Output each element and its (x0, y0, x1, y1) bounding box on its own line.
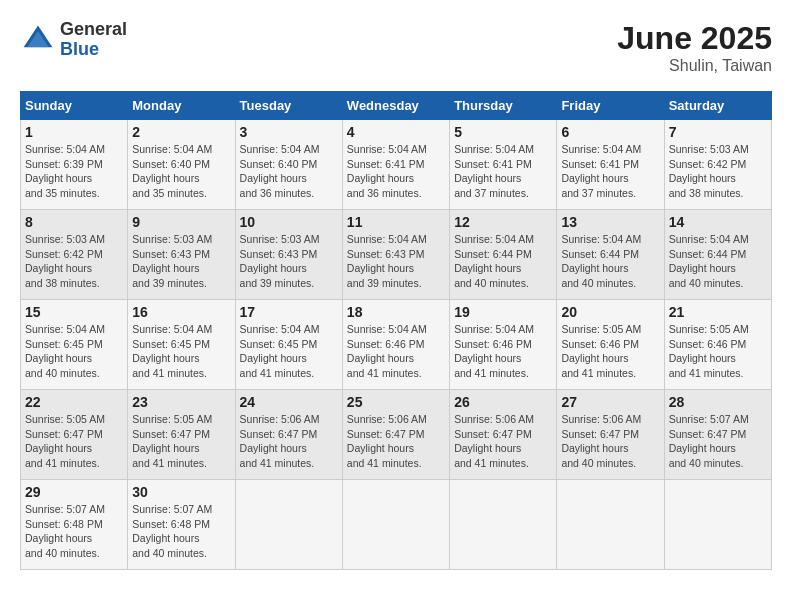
location-title: Shulin, Taiwan (617, 57, 772, 75)
calendar-day-cell: 21 Sunrise: 5:05 AMSunset: 6:46 PMDaylig… (664, 300, 771, 390)
day-info: Sunrise: 5:03 AMSunset: 6:43 PMDaylight … (240, 233, 320, 289)
calendar-week-row: 22 Sunrise: 5:05 AMSunset: 6:47 PMDaylig… (21, 390, 772, 480)
day-info: Sunrise: 5:04 AMSunset: 6:41 PMDaylight … (454, 143, 534, 199)
col-sunday: Sunday (21, 92, 128, 120)
weekday-row: Sunday Monday Tuesday Wednesday Thursday… (21, 92, 772, 120)
day-info: Sunrise: 5:04 AMSunset: 6:46 PMDaylight … (454, 323, 534, 379)
day-number: 3 (240, 124, 338, 140)
day-info: Sunrise: 5:04 AMSunset: 6:44 PMDaylight … (454, 233, 534, 289)
col-saturday: Saturday (664, 92, 771, 120)
day-number: 14 (669, 214, 767, 230)
logo-general-text: General (60, 20, 127, 40)
calendar-day-cell: 11 Sunrise: 5:04 AMSunset: 6:43 PMDaylig… (342, 210, 449, 300)
day-info: Sunrise: 5:07 AMSunset: 6:48 PMDaylight … (25, 503, 105, 559)
day-info: Sunrise: 5:07 AMSunset: 6:48 PMDaylight … (132, 503, 212, 559)
day-number: 28 (669, 394, 767, 410)
calendar-table: Sunday Monday Tuesday Wednesday Thursday… (20, 91, 772, 570)
day-info: Sunrise: 5:06 AMSunset: 6:47 PMDaylight … (240, 413, 320, 469)
day-number: 24 (240, 394, 338, 410)
day-info: Sunrise: 5:03 AMSunset: 6:42 PMDaylight … (25, 233, 105, 289)
col-tuesday: Tuesday (235, 92, 342, 120)
calendar-day-cell: 27 Sunrise: 5:06 AMSunset: 6:47 PMDaylig… (557, 390, 664, 480)
logo-blue-text: Blue (60, 40, 127, 60)
day-info: Sunrise: 5:03 AMSunset: 6:43 PMDaylight … (132, 233, 212, 289)
calendar-day-cell: 15 Sunrise: 5:04 AMSunset: 6:45 PMDaylig… (21, 300, 128, 390)
calendar-day-cell: 12 Sunrise: 5:04 AMSunset: 6:44 PMDaylig… (450, 210, 557, 300)
calendar-day-cell (557, 480, 664, 570)
day-number: 21 (669, 304, 767, 320)
title-block: June 2025 Shulin, Taiwan (617, 20, 772, 75)
calendar-day-cell: 26 Sunrise: 5:06 AMSunset: 6:47 PMDaylig… (450, 390, 557, 480)
calendar-week-row: 1 Sunrise: 5:04 AMSunset: 6:39 PMDayligh… (21, 120, 772, 210)
calendar-day-cell: 9 Sunrise: 5:03 AMSunset: 6:43 PMDayligh… (128, 210, 235, 300)
calendar-week-row: 8 Sunrise: 5:03 AMSunset: 6:42 PMDayligh… (21, 210, 772, 300)
col-wednesday: Wednesday (342, 92, 449, 120)
day-info: Sunrise: 5:03 AMSunset: 6:42 PMDaylight … (669, 143, 749, 199)
day-info: Sunrise: 5:06 AMSunset: 6:47 PMDaylight … (454, 413, 534, 469)
day-number: 11 (347, 214, 445, 230)
day-info: Sunrise: 5:04 AMSunset: 6:40 PMDaylight … (132, 143, 212, 199)
day-number: 9 (132, 214, 230, 230)
calendar-day-cell: 25 Sunrise: 5:06 AMSunset: 6:47 PMDaylig… (342, 390, 449, 480)
day-number: 10 (240, 214, 338, 230)
day-info: Sunrise: 5:04 AMSunset: 6:45 PMDaylight … (25, 323, 105, 379)
day-info: Sunrise: 5:04 AMSunset: 6:46 PMDaylight … (347, 323, 427, 379)
col-monday: Monday (128, 92, 235, 120)
month-year-title: June 2025 (617, 20, 772, 57)
calendar-day-cell: 3 Sunrise: 5:04 AMSunset: 6:40 PMDayligh… (235, 120, 342, 210)
logo-icon (20, 22, 56, 58)
calendar-day-cell: 2 Sunrise: 5:04 AMSunset: 6:40 PMDayligh… (128, 120, 235, 210)
calendar-day-cell (342, 480, 449, 570)
calendar-day-cell: 20 Sunrise: 5:05 AMSunset: 6:46 PMDaylig… (557, 300, 664, 390)
day-info: Sunrise: 5:04 AMSunset: 6:45 PMDaylight … (240, 323, 320, 379)
calendar-week-row: 15 Sunrise: 5:04 AMSunset: 6:45 PMDaylig… (21, 300, 772, 390)
day-number: 22 (25, 394, 123, 410)
page-header: General Blue June 2025 Shulin, Taiwan (20, 20, 772, 75)
calendar-day-cell: 6 Sunrise: 5:04 AMSunset: 6:41 PMDayligh… (557, 120, 664, 210)
day-number: 25 (347, 394, 445, 410)
day-number: 23 (132, 394, 230, 410)
day-number: 12 (454, 214, 552, 230)
day-number: 19 (454, 304, 552, 320)
calendar-body: 1 Sunrise: 5:04 AMSunset: 6:39 PMDayligh… (21, 120, 772, 570)
calendar-day-cell: 16 Sunrise: 5:04 AMSunset: 6:45 PMDaylig… (128, 300, 235, 390)
calendar-day-cell: 8 Sunrise: 5:03 AMSunset: 6:42 PMDayligh… (21, 210, 128, 300)
day-info: Sunrise: 5:04 AMSunset: 6:45 PMDaylight … (132, 323, 212, 379)
day-number: 18 (347, 304, 445, 320)
day-number: 27 (561, 394, 659, 410)
day-number: 29 (25, 484, 123, 500)
day-info: Sunrise: 5:06 AMSunset: 6:47 PMDaylight … (347, 413, 427, 469)
calendar-day-cell: 24 Sunrise: 5:06 AMSunset: 6:47 PMDaylig… (235, 390, 342, 480)
calendar-day-cell: 29 Sunrise: 5:07 AMSunset: 6:48 PMDaylig… (21, 480, 128, 570)
day-number: 1 (25, 124, 123, 140)
calendar-day-cell (664, 480, 771, 570)
day-info: Sunrise: 5:04 AMSunset: 6:41 PMDaylight … (561, 143, 641, 199)
day-info: Sunrise: 5:07 AMSunset: 6:47 PMDaylight … (669, 413, 749, 469)
calendar-day-cell: 23 Sunrise: 5:05 AMSunset: 6:47 PMDaylig… (128, 390, 235, 480)
day-number: 30 (132, 484, 230, 500)
day-number: 16 (132, 304, 230, 320)
day-info: Sunrise: 5:04 AMSunset: 6:44 PMDaylight … (669, 233, 749, 289)
day-info: Sunrise: 5:05 AMSunset: 6:47 PMDaylight … (25, 413, 105, 469)
calendar-day-cell: 13 Sunrise: 5:04 AMSunset: 6:44 PMDaylig… (557, 210, 664, 300)
calendar-day-cell: 18 Sunrise: 5:04 AMSunset: 6:46 PMDaylig… (342, 300, 449, 390)
calendar-day-cell: 14 Sunrise: 5:04 AMSunset: 6:44 PMDaylig… (664, 210, 771, 300)
col-thursday: Thursday (450, 92, 557, 120)
day-number: 13 (561, 214, 659, 230)
day-number: 5 (454, 124, 552, 140)
calendar-day-cell: 28 Sunrise: 5:07 AMSunset: 6:47 PMDaylig… (664, 390, 771, 480)
calendar-day-cell: 1 Sunrise: 5:04 AMSunset: 6:39 PMDayligh… (21, 120, 128, 210)
day-number: 15 (25, 304, 123, 320)
day-info: Sunrise: 5:04 AMSunset: 6:41 PMDaylight … (347, 143, 427, 199)
day-number: 20 (561, 304, 659, 320)
calendar-day-cell: 4 Sunrise: 5:04 AMSunset: 6:41 PMDayligh… (342, 120, 449, 210)
calendar-day-cell (450, 480, 557, 570)
day-info: Sunrise: 5:04 AMSunset: 6:39 PMDaylight … (25, 143, 105, 199)
calendar-day-cell: 5 Sunrise: 5:04 AMSunset: 6:41 PMDayligh… (450, 120, 557, 210)
calendar-day-cell: 7 Sunrise: 5:03 AMSunset: 6:42 PMDayligh… (664, 120, 771, 210)
day-info: Sunrise: 5:04 AMSunset: 6:43 PMDaylight … (347, 233, 427, 289)
day-number: 2 (132, 124, 230, 140)
day-info: Sunrise: 5:06 AMSunset: 6:47 PMDaylight … (561, 413, 641, 469)
day-number: 4 (347, 124, 445, 140)
day-info: Sunrise: 5:04 AMSunset: 6:40 PMDaylight … (240, 143, 320, 199)
